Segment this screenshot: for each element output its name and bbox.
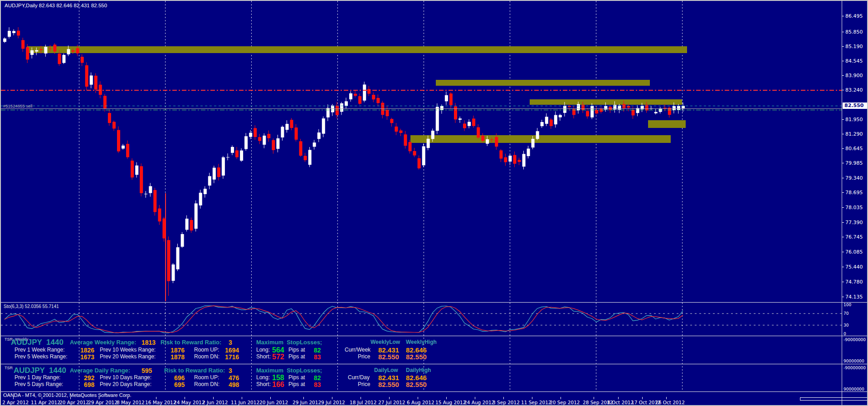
panel-text-weekly: Risk to Reward Ratio:	[161, 339, 221, 346]
panel-scale-label: 90000000	[844, 359, 864, 363]
panel-text-daily: 498	[229, 382, 239, 388]
panel-text-daily: 82.550	[378, 381, 399, 389]
panel-text-daily: DailyHigh	[406, 367, 431, 373]
panel-text-daily: 166	[272, 381, 284, 389]
panel-text-daily: Pips at	[288, 382, 305, 387]
panel-text-weekly: AUDJPY 1440	[11, 338, 63, 347]
panel-text-weekly: Curr/Week	[345, 347, 371, 353]
panel-text-weekly: 3	[229, 339, 232, 346]
panel-text-daily: Prev 1 Day Range:	[15, 375, 60, 381]
panel-text-daily: Prev 20 Days Range:	[100, 382, 151, 387]
panel-text-daily: Maximum StopLosses;	[256, 367, 322, 374]
panel-text-weekly: 1813	[141, 339, 156, 346]
panel-text-weekly: 82.550	[378, 353, 399, 361]
scrollbar-thumb[interactable]	[800, 397, 868, 401]
panel-text-weekly: Short:	[256, 354, 271, 360]
panel-text-weekly: Prev 5 Weeks Range:	[15, 354, 68, 360]
panel-text-weekly: 1878	[171, 354, 185, 361]
panel-text-daily: TSR	[5, 366, 13, 371]
panel-text-weekly: WeeklyHigh	[406, 339, 437, 345]
tsr-info-panels: TSR_WeeklyAUDJPY 1440Average Weekly Rang…	[1, 1, 868, 406]
panel-text-weekly: 1673	[80, 354, 94, 361]
panel-text-daily: Short:	[256, 382, 271, 387]
panel-text-weekly: 82.550	[406, 353, 427, 361]
panel-text-daily: Room UP:	[194, 375, 219, 381]
panel-text-daily: 595	[141, 367, 152, 374]
panel-text-daily: AUDJPY 1440	[14, 367, 66, 375]
panel-text-weekly: WeeklyLow	[371, 339, 400, 345]
panel-text-weekly: 1716	[225, 354, 239, 361]
panel-text-weekly: Room DN:	[194, 354, 219, 360]
panel-text-daily: Pips at	[288, 375, 305, 381]
panel-text-daily: 698	[84, 382, 94, 388]
panel-text-weekly: Price	[358, 354, 370, 360]
panel-text-weekly: Prev 10 Weeks Range:	[100, 347, 156, 353]
panel-text-weekly: Maximum StopLosses;	[256, 339, 322, 346]
panel-text-daily: Prev 5 Days Range:	[15, 382, 63, 387]
price-axis-border	[842, 1, 842, 406]
panel-text-weekly: Long:	[256, 347, 270, 353]
panel-text-daily: Prev 10 Days Range:	[100, 375, 151, 381]
panel-text-daily: 83	[314, 382, 321, 388]
copyright-text: OANDA - MT4, © 2001-2012, MetaQuotes Sof…	[3, 392, 132, 398]
panel-scale-label: -90000000	[844, 338, 866, 342]
panel-scale-label: -90000000	[844, 366, 866, 370]
panel-scale-label: 90000000	[844, 387, 864, 391]
panel-text-weekly: Room UP:	[194, 347, 219, 353]
panel-text-weekly: Average Weekly Range:	[70, 339, 137, 346]
panel-text-weekly: Pips at	[288, 347, 305, 353]
panel-text-daily: Price	[358, 382, 370, 387]
panel-text-daily: Average Daily Range:	[70, 367, 130, 374]
panel-text-daily: DailyLow	[374, 367, 398, 373]
panel-text-daily: Room DN:	[194, 382, 219, 387]
panel-text-daily: Risk to Reward Ratio:	[164, 367, 225, 374]
panel-text-weekly: 83	[314, 354, 321, 361]
panel-text-daily: Curr/Day	[348, 375, 370, 381]
panel-text-weekly: 572	[272, 353, 284, 361]
mt4-chart-window: 86.49585.85085.19084.54583.90083.24081.9…	[0, 0, 868, 406]
panel-text-daily: 695	[174, 382, 185, 388]
panel-text-weekly: Prev 1 Week Range:	[15, 347, 65, 353]
panel-text-weekly: Prev 20 Weeks Range:	[100, 354, 156, 360]
panel-text-daily: Long:	[256, 375, 270, 381]
panel-text-daily: 82.550	[406, 381, 427, 389]
panel-text-weekly: Pips at	[288, 354, 305, 360]
panel-text-daily: 3	[229, 367, 232, 374]
